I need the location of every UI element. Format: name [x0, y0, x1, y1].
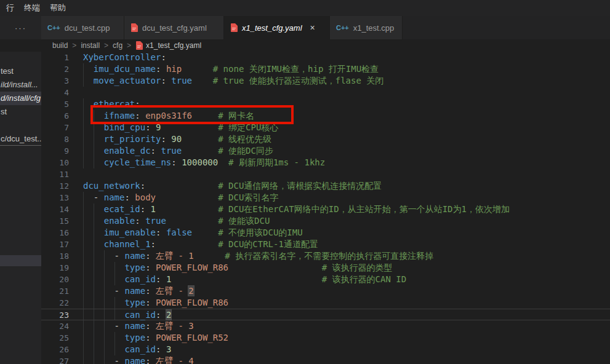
line-number[interactable]: 2 — [41, 63, 69, 75]
code-line[interactable]: 10 cycle_time_ns: 1000000 # 刷新周期1ms - 1k… — [41, 157, 610, 168]
code-line[interactable]: 26 can_id: 3 — [41, 344, 610, 355]
code-line[interactable]: 15 enable: true # 使能该DCU — [41, 215, 610, 227]
menu-item-0[interactable]: 行 — [1, 2, 19, 14]
code-token: imu_dcu_name — [94, 64, 156, 74]
code-line[interactable]: 24 - name: 左臂 - 3 — [41, 320, 610, 332]
line-number[interactable]: 26 — [41, 344, 69, 355]
line-number[interactable]: 23 — [41, 309, 69, 320]
sidebar-item[interactable] — [0, 255, 41, 266]
code-line[interactable]: 4 — [41, 87, 610, 98]
breadcrumb-segment-build[interactable]: build — [52, 41, 68, 50]
code-line[interactable]: 8 rt_priority: 90 # 线程优先级 — [41, 133, 610, 145]
code-line[interactable]: 27 - name: 左臂 - 4 — [41, 355, 610, 364]
indent-guide — [104, 297, 105, 309]
line-number[interactable]: 19 — [41, 262, 69, 274]
line-number[interactable]: 24 — [41, 320, 69, 332]
tab-label: dcu_test_cfg.yaml — [142, 23, 207, 33]
code-line[interactable]: 23 can_id: 2 — [41, 309, 610, 320]
tab-dcu_test_cfg.yaml[interactable]: dcu_test_cfg.yaml — [124, 16, 224, 39]
indent-guide — [114, 274, 115, 285]
code-line[interactable]: 25 type: POWER_FLOW_R52 — [41, 332, 610, 344]
code-token: name — [124, 286, 145, 296]
code-token — [83, 99, 94, 109]
code-line[interactable]: 11 — [41, 168, 610, 180]
menu-item-1[interactable]: 终端 — [19, 2, 45, 14]
code-line[interactable]: 18 - name: 左臂 - 1 # 执行器索引名字，不需要控制的执行器可直接… — [41, 250, 610, 262]
code-line[interactable]: 2 imu_dcu_name: hip # none 关闭IMU检查，hip 打… — [41, 63, 610, 75]
code-line[interactable]: 5 ethercat: — [41, 98, 610, 110]
line-number[interactable]: 25 — [41, 332, 69, 344]
code-line[interactable]: 7 bind_cpu: 9 # 绑定CPU核心 — [41, 122, 610, 133]
code-line-text: enable_dc: true # 使能DC同步 — [83, 145, 610, 157]
code-token — [177, 157, 182, 167]
line-number[interactable]: 15 — [41, 215, 69, 227]
sidebar-item[interactable]: d/install/cfg — [0, 92, 41, 105]
code-line[interactable]: 9 enable_dc: true # 使能DC同步 — [41, 145, 610, 157]
code-line[interactable]: 20 can_id: 1 # 该执行器的CAN ID — [41, 274, 610, 285]
sidebar-item[interactable]: ild/install... — [0, 78, 41, 92]
tab-x1_test.cpp[interactable]: C++x1_test.cpp — [330, 16, 403, 39]
line-number[interactable]: 1 — [41, 52, 69, 63]
line-number[interactable]: 11 — [41, 168, 69, 180]
line-number[interactable]: 27 — [41, 355, 69, 364]
menu-item-2[interactable]: 帮助 — [45, 2, 71, 14]
code-line[interactable]: 19 type: POWER_FLOW_R86 # 该执行器的类型 — [41, 262, 610, 274]
code-line[interactable]: 3 move_actuator: true # true 使能执行器运动测试，f… — [41, 75, 610, 87]
code-token — [98, 192, 103, 202]
editor-more-actions-button[interactable]: ··· — [0, 16, 41, 39]
code-token: : — [145, 333, 150, 342]
code-line[interactable]: 16 imu_enable: false # 不使用该DCU的IMU — [41, 227, 610, 239]
code-token: # 线程优先级 — [218, 134, 271, 144]
line-number[interactable]: 18 — [41, 250, 69, 262]
line-number[interactable]: 4 — [41, 87, 69, 98]
sidebar-item[interactable]: test — [0, 65, 41, 78]
line-number[interactable]: 16 — [41, 227, 69, 239]
code-token: can_id — [124, 310, 156, 320]
code-line[interactable]: 22 type: POWER_FLOW_R86 — [41, 297, 610, 309]
tab-dcu_test.cpp[interactable]: C++dcu_test.cpp — [41, 16, 124, 39]
line-number[interactable]: 5 — [41, 98, 69, 110]
line-number[interactable]: 17 — [41, 239, 69, 250]
code-token: 左臂 - 3 — [156, 321, 194, 331]
code-token: : — [161, 134, 166, 144]
line-number[interactable]: 10 — [41, 157, 69, 168]
line-number[interactable]: 14 — [41, 204, 69, 215]
code-token: true — [161, 146, 182, 156]
line-number[interactable]: 21 — [41, 285, 69, 297]
line-number[interactable]: 20 — [41, 274, 69, 285]
code-line[interactable]: 14 ecat_id: 1 # DCU在EtherCAT网络中的ID，从主站开始… — [41, 204, 610, 215]
line-number[interactable]: 12 — [41, 180, 69, 192]
indent-guide — [83, 239, 84, 250]
breadcrumb-file[interactable]: x1_test_cfg.yaml — [135, 41, 201, 50]
line-number[interactable]: 3 — [41, 75, 69, 87]
indent-guide — [104, 344, 105, 355]
indent-guide — [94, 215, 94, 227]
code-line[interactable]: 12dcu_network: # DCU通信网络，请根据实机连接情况配置 — [41, 180, 610, 192]
line-number[interactable]: 9 — [41, 145, 69, 157]
code-token — [83, 64, 94, 74]
sidebar-item[interactable]: st — [0, 105, 41, 119]
line-number[interactable]: 13 — [41, 192, 69, 204]
breadcrumb-segment-install[interactable]: install — [81, 41, 100, 50]
code-line[interactable]: 21 - name: 左臂 - 2 — [41, 285, 610, 297]
code-line[interactable]: 17 channel_1: # DCU的CTRL-1通道配置 — [41, 239, 610, 250]
tab-x1_test_cfg.yaml[interactable]: x1_test_cfg.yaml× — [224, 16, 330, 39]
tab-close-icon[interactable]: × — [310, 23, 315, 33]
code-token: 2 — [188, 286, 193, 296]
code-line[interactable]: 6 ifname: enp0s31f6 # 网卡名 — [41, 110, 610, 122]
indent-guide — [104, 320, 105, 332]
line-number[interactable]: 7 — [41, 122, 69, 133]
breadcrumb-separator-icon: > — [127, 41, 131, 50]
code-line[interactable]: 1XyberController: — [41, 52, 610, 63]
indent-guide — [83, 110, 84, 122]
code-editor[interactable]: 1XyberController:2 imu_dcu_name: hip # n… — [41, 52, 610, 364]
indent-guide — [83, 215, 84, 227]
code-line[interactable]: 13 - name: body # DCU索引名字 — [41, 192, 610, 204]
line-number[interactable]: 8 — [41, 133, 69, 145]
indent-guide — [94, 332, 94, 344]
line-number[interactable]: 6 — [41, 110, 69, 122]
breadcrumb-segment-cfg[interactable]: cfg — [113, 41, 122, 50]
sidebar-item[interactable]: c/dcu_test... — [0, 132, 41, 146]
line-number[interactable]: 22 — [41, 297, 69, 309]
indent-guide — [94, 122, 94, 133]
